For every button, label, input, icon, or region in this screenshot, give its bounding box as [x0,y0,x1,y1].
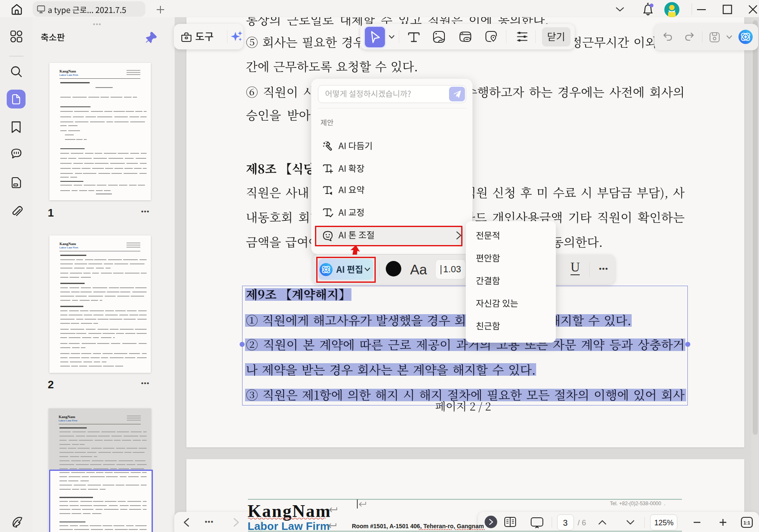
svg-text:1:1: 1:1 [744,520,750,525]
